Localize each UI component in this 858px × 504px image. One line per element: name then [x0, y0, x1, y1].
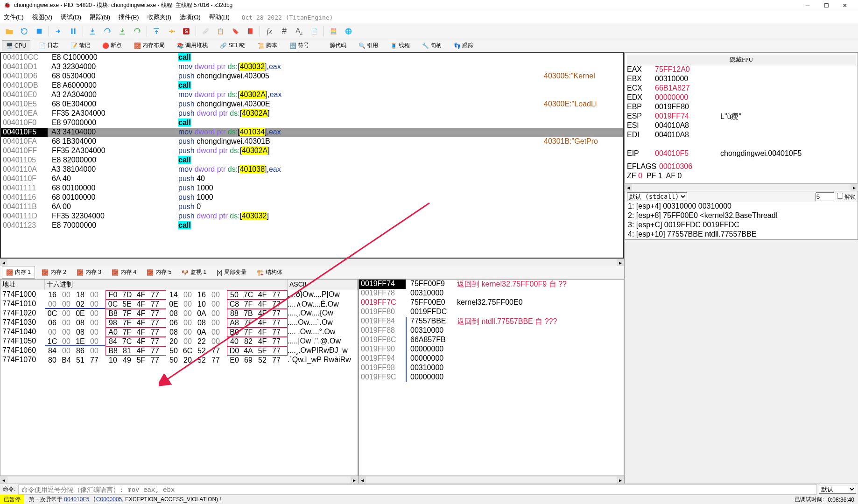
command-input[interactable] — [18, 484, 817, 495]
menu-选项[interactable]: 选项(O) — [180, 13, 201, 21]
arg-row[interactable]: 1: [esp+4] 00310000 00310000 — [625, 202, 858, 211]
reg-row-blank[interactable] — [627, 140, 856, 149]
reg-row-ESI[interactable]: ESI004010A8 — [627, 121, 856, 131]
status-code-link[interactable]: C0000005 — [96, 496, 122, 503]
dump-row[interactable]: 774F106084008600B8814F77506C5277D04A5F77… — [0, 346, 358, 356]
stack-row[interactable]: 0019FF9000000000 — [359, 345, 624, 354]
unlock-checkbox[interactable] — [837, 193, 843, 199]
stack-row[interactable]: 0019FF8800310000 — [359, 326, 624, 336]
disasm-row[interactable]: 004010F5 A3 34104000mov dword ptr ds:[40… — [1, 128, 623, 137]
cmd-profile-select[interactable]: 默认 — [819, 485, 856, 494]
registers-view[interactable]: 隐藏FPU EAX75FF12A0EBX00310000ECX66B1A827E… — [625, 52, 858, 183]
tab-源代码[interactable]: 源代码 — [317, 40, 350, 51]
memtab-结构体[interactable]: 🏗️结构体 — [253, 266, 286, 278]
regs-scrollbar[interactable]: ◂▸ — [625, 183, 858, 191]
disasm-scrollbar[interactable]: ◂▸ — [0, 259, 624, 266]
disasm-row[interactable]: 004010EA FF35 2A304000push dword ptr ds:… — [1, 109, 623, 119]
callconv-select[interactable]: 默认 (stdcall) — [627, 192, 687, 201]
close-button[interactable]: ✕ — [836, 0, 854, 11]
restart-icon[interactable] — [18, 25, 31, 38]
stepout-icon[interactable] — [150, 25, 163, 38]
arg-row[interactable]: 2: [esp+8] 75FF00E0 <kernel32.BaseThread… — [625, 211, 858, 221]
stack-row[interactable]: 0019FF7475FF00F9返回到 kernel32.75FF00F9 自 … — [359, 280, 624, 289]
stop-icon[interactable] — [33, 25, 46, 38]
tab-符号[interactable]: 🔣符号 — [286, 40, 313, 51]
hash-icon[interactable]: # — [278, 25, 291, 38]
scylla-icon[interactable]: S — [180, 25, 193, 38]
tab-CPU[interactable]: 🖥️CPU — [2, 40, 30, 51]
func-icon[interactable]: fx — [263, 25, 276, 38]
tab-内存布局[interactable]: 🧱内存布局 — [130, 40, 169, 51]
disasm-row[interactable]: 004010D6 68 05304000push chongdingwei.40… — [1, 72, 623, 81]
reg-row-ECX[interactable]: ECX66B1A827 — [627, 84, 856, 93]
memtab-内存 3[interactable]: 🧱内存 3 — [73, 266, 105, 278]
disasm-row[interactable]: 004010FA 68 1B304000push chongdingwei.40… — [1, 137, 623, 147]
open-icon[interactable] — [3, 25, 16, 38]
tab-句柄[interactable]: 🔧句柄 — [418, 40, 445, 51]
tab-线程[interactable]: 🧵线程 — [387, 40, 414, 51]
pause-icon[interactable] — [67, 25, 80, 38]
disasm-row[interactable]: 004010F0 E8 97000000call — [1, 119, 623, 128]
disasm-row[interactable]: 004010CC E8 C1000000call — [1, 53, 623, 63]
tab-日志[interactable]: 📄日志 — [35, 40, 62, 51]
asm-icon[interactable]: Az — [293, 25, 306, 38]
disasm-row[interactable]: 004010D1 A3 32304000mov dword ptr ds:[40… — [1, 63, 623, 72]
tab-调用堆栈[interactable]: 📚调用堆栈 — [173, 40, 211, 51]
menu-跟踪[interactable]: 跟踪(N) — [90, 13, 110, 21]
menu-插件[interactable]: 插件(P) — [119, 13, 139, 21]
memtab-内存 5[interactable]: 🧱内存 5 — [143, 266, 175, 278]
arg-row[interactable]: 3: [esp+C] 0019FFDC 0019FFDC — [625, 221, 858, 230]
trinto-icon[interactable] — [116, 25, 129, 38]
stack-row[interactable]: 0019FF7C75FF00E0kernel32.75FF00E0 — [359, 298, 624, 308]
bookmarks-icon[interactable]: 📕 — [244, 25, 257, 38]
labels-icon[interactable]: 🔖 — [229, 25, 242, 38]
memtab-局部变量[interactable]: |x|局部变量 — [213, 266, 250, 278]
disasm-row[interactable]: 004010FF FF35 2A304000push dword ptr ds:… — [1, 147, 623, 156]
disasm-row[interactable]: 00401105 E8 82000000call — [1, 156, 623, 165]
tab-SEH链[interactable]: 🔗SEH链 — [216, 40, 249, 51]
dump-row[interactable]: 774F103006000800987F4F7706000800A87F4F77… — [0, 318, 358, 328]
stack-view[interactable]: 0019FF7475FF00F9返回到 kernel32.75FF00F9 自 … — [359, 279, 624, 476]
memtab-监视 1[interactable]: 🐶监视 1 — [178, 266, 210, 278]
update-icon[interactable]: 🌐 — [342, 25, 355, 38]
dump-row[interactable]: 774F100016001800F07D4F7714001600507C4F77… — [0, 290, 358, 300]
tab-脚本[interactable]: 📜脚本 — [254, 40, 281, 51]
disasm-view[interactable]: 004010CC E8 C1000000call 004010D1 A3 323… — [0, 52, 624, 259]
disasm-row[interactable]: 004010E5 68 0E304000push chongdingwei.40… — [1, 100, 623, 109]
stack-row[interactable]: 0019FF8477557BBE返回到 ntdll.77557BBE 自 ??? — [359, 317, 624, 326]
disasm-row[interactable]: 00401116 68 00100000push 1000 — [1, 193, 623, 203]
disasm-row[interactable]: 00401111 68 00100000push 1000 — [1, 184, 623, 193]
tab-断点[interactable]: 🔴断点 — [98, 40, 126, 51]
disasm-row[interactable]: 00401123 E8 70000000call — [1, 221, 623, 231]
reg-row-ESP[interactable]: ESP0019FF74L"ù瘦" — [627, 112, 856, 121]
stack-scrollbar[interactable]: ◂▸ — [359, 476, 624, 483]
memtab-内存 4[interactable]: 🧱内存 4 — [108, 266, 140, 278]
args-view[interactable]: 默认 (stdcall) 解锁 1: [esp+4] 00310000 0031… — [625, 191, 858, 240]
stack-row[interactable]: 0019FF9400000000 — [359, 354, 624, 364]
reg-row-EBP[interactable]: EBP0019FF80 — [627, 103, 856, 112]
calc-icon[interactable]: 🧮 — [327, 25, 340, 38]
reg-row-EIP[interactable]: EIP004010F5chongdingwei.004010F5 — [627, 149, 856, 159]
reg-row-EDX[interactable]: EDX00000000 — [627, 93, 856, 103]
stepover-icon[interactable] — [101, 25, 114, 38]
goto-icon[interactable]: 📄 — [308, 25, 321, 38]
arg-row[interactable]: 4: [esp+10] 77557BBE ntdll.77557BBE — [625, 230, 858, 239]
menu-视图[interactable]: 视图(V) — [32, 13, 52, 21]
dump-row[interactable]: 774F107080B4517710495F7750205277E0695277… — [0, 356, 358, 365]
disasm-row[interactable]: 0040111B 6A 00push 0 — [1, 203, 623, 212]
stack-row[interactable]: 0019FF9C00000000 — [359, 373, 624, 382]
reg-row-EBX[interactable]: EBX00310000 — [627, 75, 856, 84]
tab-跟踪[interactable]: 👣跟踪 — [450, 40, 477, 51]
reg-row-EAX[interactable]: EAX75FF12A0 — [627, 65, 856, 75]
argcount-input[interactable] — [816, 192, 834, 201]
disasm-row[interactable]: 0040110F 6A 40push 40 — [1, 175, 623, 184]
dump-row[interactable]: 774F10501C001E00847C4F772000220040824F77… — [0, 337, 358, 346]
disasm-row[interactable]: 004010DB E8 A6000000call — [1, 81, 623, 91]
minimize-button[interactable]: ─ — [798, 0, 817, 11]
menu-收藏夹[interactable]: 收藏夹(I) — [148, 13, 171, 21]
dump-row[interactable]: 774F1010000002000C5E4F770E001000C87F4F77… — [0, 300, 358, 309]
dump-scrollbar[interactable]: ◂▸ — [0, 476, 358, 483]
run-icon[interactable] — [52, 25, 65, 38]
dump-view[interactable]: 地址 十六进制 ASCII 774F100016001800F07D4F7714… — [0, 279, 358, 476]
tab-笔记[interactable]: 📝笔记 — [67, 40, 94, 51]
